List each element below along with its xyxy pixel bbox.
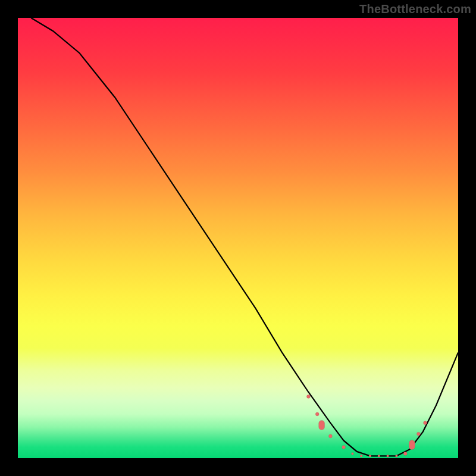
curve-marker bbox=[403, 452, 407, 456]
chart-svg bbox=[18, 18, 458, 458]
curve-marker bbox=[395, 455, 397, 457]
curve-marker bbox=[306, 394, 310, 398]
watermark-text: TheBottleneck.com bbox=[359, 2, 471, 16]
curve-marker bbox=[378, 455, 380, 457]
curve-marker bbox=[416, 432, 420, 436]
curve-marker bbox=[387, 455, 389, 457]
curve-marker bbox=[360, 455, 362, 457]
curve-markers bbox=[306, 394, 427, 457]
curve-marker bbox=[351, 453, 353, 455]
bottleneck-curve bbox=[31, 18, 458, 456]
curve-marker bbox=[342, 446, 346, 449]
plot-area bbox=[18, 18, 458, 458]
chart-container: TheBottleneck.com bbox=[0, 0, 476, 476]
curve-marker bbox=[328, 434, 332, 438]
curve-marker bbox=[409, 440, 415, 450]
curve-marker bbox=[319, 421, 325, 430]
curve-marker bbox=[424, 421, 427, 425]
curve-marker bbox=[315, 412, 319, 416]
curve-marker bbox=[369, 455, 371, 457]
